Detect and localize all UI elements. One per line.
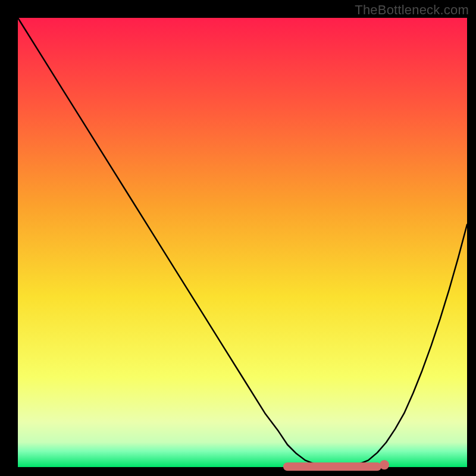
plot-background	[18, 18, 467, 467]
optimal-range-end-dot	[380, 460, 389, 469]
chart-svg	[0, 0, 476, 476]
chart-frame: TheBottleneck.com	[0, 0, 476, 476]
